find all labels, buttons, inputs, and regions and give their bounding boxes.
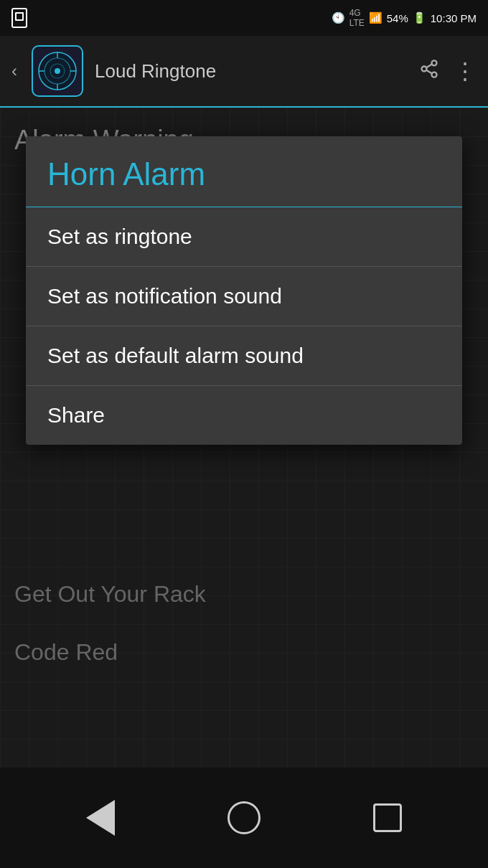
recents-square-icon <box>373 803 402 832</box>
bg-list-item-1: Get Out Your Rack <box>0 565 488 623</box>
app-bar-actions: ⋮ <box>419 57 477 85</box>
usb-icon <box>11 8 27 28</box>
svg-point-10 <box>432 72 437 77</box>
app-title: Loud Ringtone <box>95 60 408 82</box>
menu-title: Horn Alarm <box>47 156 205 192</box>
nav-back-button[interactable] <box>72 789 129 846</box>
status-bar-left <box>11 8 27 28</box>
status-bar: 🕙 4GLTE 📶 54% 🔋 10:30 PM <box>0 0 488 36</box>
network-icon: 4GLTE <box>349 8 365 28</box>
bg-list-item-2: Code Red <box>0 623 488 681</box>
context-menu: Horn Alarm Set as ringtone Set as notifi… <box>26 136 462 445</box>
status-bar-right: 🕙 4GLTE 📶 54% 🔋 10:30 PM <box>332 8 477 28</box>
nav-recents-button[interactable] <box>359 789 416 846</box>
menu-header: Horn Alarm <box>26 136 462 207</box>
menu-item-set-notification[interactable]: Set as notification sound <box>26 267 462 326</box>
clock-icon: 🕙 <box>332 11 345 24</box>
svg-point-9 <box>422 66 427 71</box>
svg-line-11 <box>426 70 432 73</box>
svg-line-12 <box>426 64 432 67</box>
content-area: Alarm Warning Horn Alarm Set as ringtone… <box>0 108 488 768</box>
menu-item-set-ringtone[interactable]: Set as ringtone <box>26 207 462 267</box>
menu-item-share[interactable]: Share <box>26 386 462 445</box>
share-button[interactable] <box>419 59 439 84</box>
battery-label: 54% <box>387 12 408 24</box>
nav-bar <box>0 768 488 868</box>
more-button[interactable]: ⋮ <box>454 57 477 85</box>
nav-home-button[interactable] <box>215 789 273 846</box>
app-bar: ‹ Loud Ringtone ⋮ <box>0 36 488 108</box>
back-button[interactable]: ‹ <box>11 61 17 81</box>
home-circle-icon <box>227 801 261 834</box>
svg-point-8 <box>432 60 437 65</box>
svg-point-3 <box>55 68 60 74</box>
menu-item-set-alarm[interactable]: Set as default alarm sound <box>26 326 462 386</box>
back-triangle-icon <box>86 800 115 836</box>
time-label: 10:30 PM <box>431 12 477 24</box>
battery-icon: 🔋 <box>413 11 426 24</box>
app-icon <box>32 45 83 97</box>
signal-icon: 📶 <box>369 11 383 24</box>
